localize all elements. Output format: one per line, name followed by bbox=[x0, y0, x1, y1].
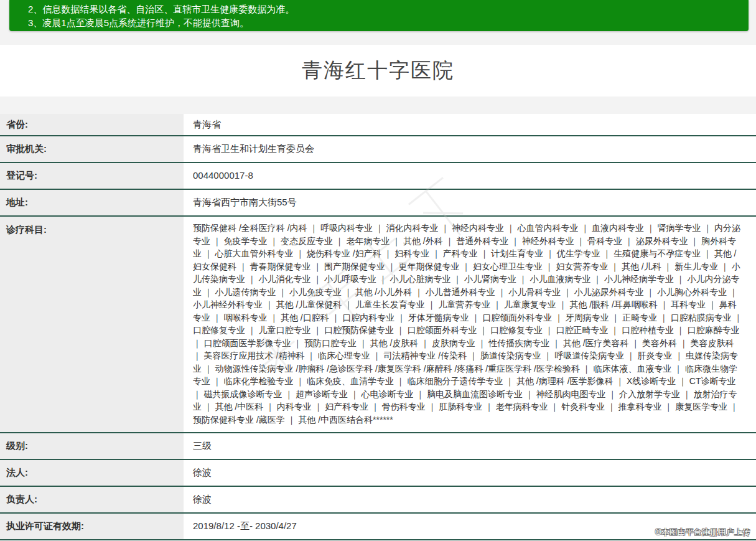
row-label: 诊疗科目: bbox=[0, 217, 184, 432]
notice-line-3: 3、凌晨1点至凌晨5点系统进行维护，不能提供查询。 bbox=[28, 16, 742, 30]
row-value: 三级 bbox=[184, 433, 756, 459]
row-label: 执业许可证有效期: bbox=[0, 514, 184, 539]
table-row-address: 地址: 青海省西宁市南大街55号 bbox=[0, 190, 756, 217]
row-label: 登记号: bbox=[0, 163, 184, 189]
row-value: 青海省 bbox=[184, 114, 756, 135]
row-value: 预防保健科 /全科医疗科 /内科 ｜ 呼吸内科专业 ｜ 消化内科专业 ｜ 神经内… bbox=[184, 217, 756, 432]
row-value: 青海省卫生和计划生育委员会 bbox=[184, 136, 756, 162]
table-row-license-validity: 执业许可证有效期: 2019/8/12 -至- 2030/4/27 bbox=[0, 514, 756, 540]
row-label: 级别: bbox=[0, 433, 184, 459]
row-value: 青海省西宁市南大街55号 bbox=[184, 190, 756, 215]
row-label: 负责人: bbox=[0, 487, 184, 512]
table-row-legal-person: 法人: 徐波 bbox=[0, 460, 756, 487]
notice-line-2: 2、信息数据结果以各省、自治区、直辖市卫生健康委数据为准。 bbox=[28, 2, 742, 16]
photo-credit: ©本图由平台注册用户上传 bbox=[655, 527, 750, 538]
table-row-registration-number: 登记号: 0044000017-8 bbox=[0, 163, 756, 190]
row-value: 徐波 bbox=[184, 460, 756, 486]
row-label: 审批机关: bbox=[0, 136, 184, 162]
row-value: 0044000017-8 bbox=[184, 163, 756, 189]
row-label: 法人: bbox=[0, 460, 184, 486]
info-table: 省份: 青海省 审批机关: 青海省卫生和计划生育委员会 登记号: 0044000… bbox=[0, 114, 756, 540]
notice-banner: 2、信息数据结果以各省、自治区、直辖市卫生健康委数据为准。 3、凌晨1点至凌晨5… bbox=[9, 0, 749, 31]
table-row-person-in-charge: 负责人: 徐波 bbox=[0, 487, 756, 514]
row-label: 省份: bbox=[0, 114, 184, 135]
row-value: 徐波 bbox=[184, 487, 756, 512]
page-title: 青海红十字医院 bbox=[302, 57, 454, 85]
table-row-level: 级别: 三级 bbox=[0, 433, 756, 460]
table-row-approval-authority: 审批机关: 青海省卫生和计划生育委员会 bbox=[0, 136, 756, 163]
table-row-province: 省份: 青海省 bbox=[0, 114, 756, 136]
title-card: 青海红十字医院 bbox=[0, 45, 756, 96]
row-label: 地址: bbox=[0, 190, 184, 215]
table-row-medical-departments: 诊疗科目: 预防保健科 /全科医疗科 /内科 ｜ 呼吸内科专业 ｜ 消化内科专业… bbox=[0, 217, 756, 433]
